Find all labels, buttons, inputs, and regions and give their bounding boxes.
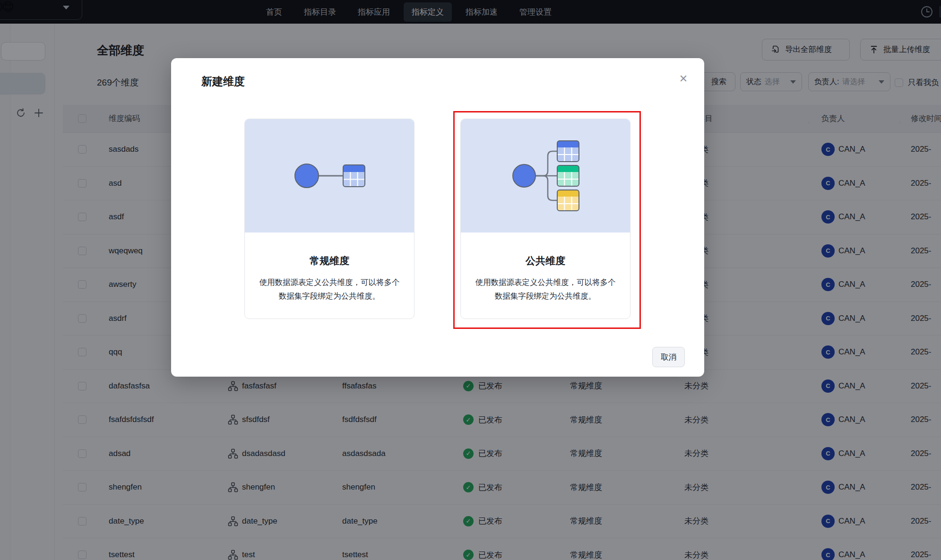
cancel-button-label: 取消 <box>661 352 676 362</box>
card-title: 常规维度 <box>245 254 414 267</box>
regular-dimension-illustration <box>245 119 414 233</box>
card-public-dimension[interactable]: 公共维度 使用数据源表定义公共维度，可以将多个 数据集字段绑定为公共维度。 <box>460 119 630 319</box>
cancel-button[interactable]: 取消 <box>652 347 685 367</box>
circle-table-diagram <box>245 119 415 233</box>
close-icon[interactable]: ✕ <box>676 71 691 86</box>
card-description: 使用数据源表定义公共维度，可以将多个 数据集字段绑定为公共维度。 <box>245 276 414 303</box>
circle-multi-table-diagram <box>461 119 631 233</box>
new-dimension-modal: 新建维度 ✕ 常规维度 使用数据源表定义公共维度，可以将多个 数据集字段绑定为公… <box>171 58 704 377</box>
card-regular-dimension[interactable]: 常规维度 使用数据源表定义公共维度，可以将多个 数据集字段绑定为公共维度。 <box>244 119 414 319</box>
card-title: 公共维度 <box>461 254 630 267</box>
modal-title: 新建维度 <box>201 74 245 89</box>
public-dimension-illustration <box>461 119 630 233</box>
card-description: 使用数据源表定义公共维度，可以将多个 数据集字段绑定为公共维度。 <box>461 276 630 303</box>
